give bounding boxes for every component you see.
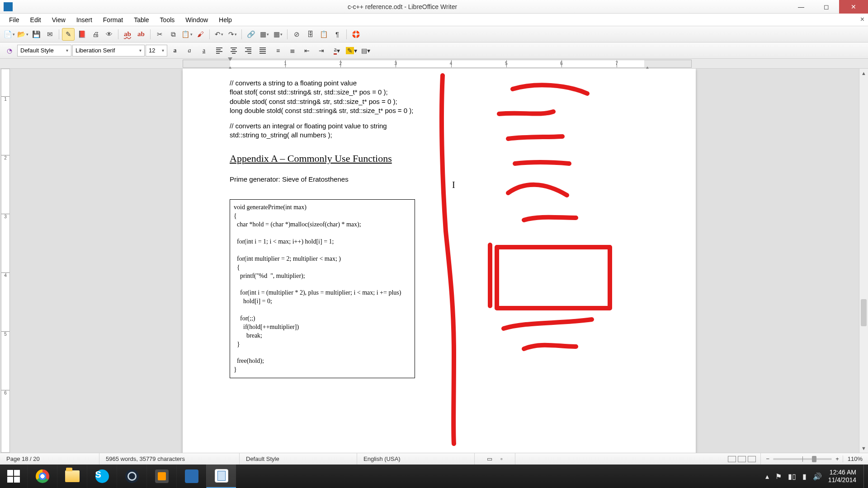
italic-button[interactable]: a <box>183 44 196 57</box>
menu-view[interactable]: View <box>47 14 71 25</box>
scroll-up-button[interactable]: ▲ <box>859 69 868 78</box>
vertical-ruler[interactable]: 123456 <box>1 69 10 453</box>
doc-code-box: void generatePrime(int max) { char *hold… <box>230 199 415 378</box>
text-cursor: I <box>452 180 455 190</box>
window-close-button[interactable]: ✕ <box>839 0 868 14</box>
increase-indent-button[interactable]: ⇥ <box>315 44 328 57</box>
align-right-button[interactable] <box>241 44 255 57</box>
numbered-list-button[interactable]: ≡ <box>271 44 285 57</box>
record-changes-button[interactable]: ⊘ <box>290 28 303 41</box>
windows-taskbar: S ▴ ⚑ ▮▯ ▮ 🔊 12:46 AM 11/4/2014 <box>0 465 868 488</box>
scroll-down-button[interactable]: ▼ <box>859 444 868 453</box>
hyperlink-button[interactable]: 🔗 <box>245 28 257 41</box>
print-button[interactable]: 🖨 <box>89 28 102 41</box>
status-wordcount[interactable]: 5965 words, 35779 characters <box>99 453 240 465</box>
status-style[interactable]: Default Style <box>240 453 357 465</box>
zoom-slider[interactable] <box>773 458 832 460</box>
menu-edit[interactable]: Edit <box>25 14 47 25</box>
export-pdf-button[interactable]: 📕 <box>75 28 88 41</box>
new-button[interactable]: 📄▾ <box>3 28 15 41</box>
status-language[interactable]: English (USA) <box>357 453 475 465</box>
paste-button[interactable]: 📋▾ <box>180 28 193 41</box>
decrease-indent-button[interactable]: ⇤ <box>300 44 314 57</box>
document-close-button[interactable]: × <box>860 15 864 23</box>
paragraph-bg-button[interactable]: ▤▾ <box>359 44 373 57</box>
save-button[interactable]: 💾 <box>30 28 42 41</box>
zoom-value[interactable]: 110% <box>843 455 863 462</box>
view-layout-buttons[interactable] <box>723 453 761 465</box>
bullet-list-button[interactable]: ≣ <box>286 44 299 57</box>
data-sources-button[interactable]: 🗄 <box>304 28 316 41</box>
tray-battery-icon[interactable]: ▮▯ <box>788 472 796 481</box>
styles-button[interactable]: ◔ <box>3 44 16 57</box>
window-minimize-button[interactable]: — <box>788 0 814 14</box>
undo-button[interactable]: ↶▾ <box>212 28 225 41</box>
taskbar-app-steam[interactable] <box>117 465 146 488</box>
spellcheck-button[interactable]: ab <box>121 28 134 41</box>
tray-volume-icon[interactable]: 🔊 <box>813 472 822 481</box>
vertical-scrollbar[interactable]: ▲ ▼ <box>859 69 868 453</box>
font-color-button[interactable]: a▾ <box>330 44 344 57</box>
edit-mode-button[interactable]: ✎ <box>62 28 75 41</box>
doc-line: float stof( const std::string& str, std:… <box>230 88 649 97</box>
bold-button[interactable]: a <box>168 44 182 57</box>
auto-spellcheck-button[interactable]: ab <box>135 28 147 41</box>
system-tray: ▴ ⚑ ▮▯ ▮ 🔊 12:46 AM 11/4/2014 <box>761 469 863 484</box>
window-titlebar: c-c++ reference.odt - LibreOffice Writer… <box>0 0 868 14</box>
print-preview-button[interactable]: 👁 <box>103 28 115 41</box>
window-title: c-c++ reference.odt - LibreOffice Writer <box>16 3 788 10</box>
font-size-combo[interactable]: 12▾ <box>146 45 167 56</box>
show-desktop-button[interactable] <box>863 465 868 488</box>
scroll-thumb[interactable] <box>861 299 867 326</box>
menu-help[interactable]: Help <box>213 14 237 25</box>
menu-bar: File Edit View Insert Format Table Tools… <box>0 14 868 26</box>
status-bar: Page 18 / 20 5965 words, 35779 character… <box>0 453 868 465</box>
taskbar-app-sublime[interactable] <box>146 465 176 488</box>
help-button[interactable]: 🛟 <box>349 28 362 41</box>
menu-window[interactable]: Window <box>180 14 213 25</box>
taskbar-clock[interactable]: 12:46 AM 11/4/2014 <box>828 469 859 484</box>
paragraph-style-combo[interactable]: Default Style▾ <box>17 45 71 56</box>
start-button[interactable] <box>0 465 27 488</box>
tray-flag-icon[interactable]: ⚑ <box>775 472 782 481</box>
taskbar-app-explorer[interactable] <box>57 465 87 488</box>
horizontal-ruler[interactable]: 1234567 <box>183 60 692 68</box>
highlight-button[interactable]: ✎▾ <box>344 44 358 57</box>
taskbar-app-skype[interactable]: S <box>87 465 117 488</box>
status-page[interactable]: Page 18 / 20 <box>0 453 99 465</box>
doc-line: long double stold( const std::string& st… <box>230 106 649 115</box>
taskbar-app-generic1[interactable] <box>176 465 206 488</box>
zoom-out-button[interactable]: − <box>766 455 770 462</box>
doc-line: double stod( const std::string& str, std… <box>230 97 649 106</box>
doc-line: // converts a string to a floating point… <box>230 79 649 88</box>
document-page[interactable]: // converts a string to a floating point… <box>183 69 696 453</box>
status-insert-mode[interactable]: ▭▫ <box>475 453 515 465</box>
email-button[interactable]: ✉ <box>43 28 56 41</box>
align-left-button[interactable] <box>212 44 226 57</box>
taskbar-app-libreoffice[interactable] <box>206 465 236 488</box>
taskbar-app-chrome[interactable] <box>27 465 57 488</box>
font-name-combo[interactable]: Liberation Serif▾ <box>72 45 145 56</box>
format-paintbrush-button[interactable]: 🖌 <box>194 28 207 41</box>
menu-format[interactable]: Format <box>98 14 128 25</box>
redo-button[interactable]: ↷▾ <box>226 28 239 41</box>
menu-insert[interactable]: Insert <box>71 14 98 25</box>
zoom-in-button[interactable]: + <box>835 455 839 462</box>
menu-file[interactable]: File <box>4 14 25 25</box>
open-button[interactable]: 📂▾ <box>16 28 29 41</box>
align-center-button[interactable] <box>227 44 241 57</box>
align-justify-button[interactable] <box>256 44 269 57</box>
window-maximize-button[interactable]: ◻ <box>814 0 839 14</box>
menu-tools[interactable]: Tools <box>155 14 180 25</box>
insert-table-button[interactable]: ▦▾ <box>272 28 284 41</box>
table-button[interactable]: ▦▾ <box>258 28 271 41</box>
ruler-row: 1234567 <box>0 59 868 69</box>
tray-show-hidden-icon[interactable]: ▴ <box>765 472 769 481</box>
nonprinting-chars-button[interactable]: ¶ <box>331 28 344 41</box>
copy-button[interactable]: ⧉ <box>167 28 179 41</box>
cut-button[interactable]: ✂ <box>153 28 166 41</box>
underline-button[interactable]: a <box>197 44 211 57</box>
tray-network-icon[interactable]: ▮ <box>802 472 807 481</box>
navigator-button[interactable]: 📋 <box>317 28 330 41</box>
menu-table[interactable]: Table <box>128 14 154 25</box>
